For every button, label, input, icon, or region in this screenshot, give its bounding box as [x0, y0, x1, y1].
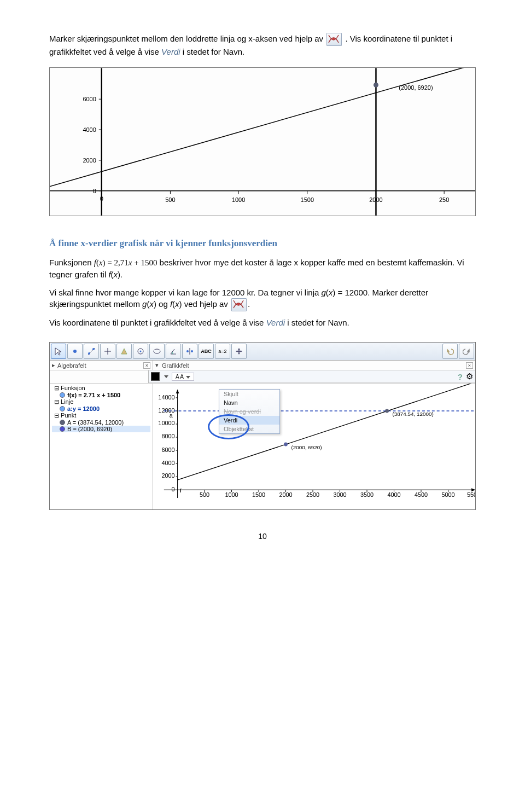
text-verdi: Verdi	[161, 47, 180, 56]
tool-move-view[interactable]	[231, 344, 247, 359]
paragraph-3: Vi skal finne hvor mange kopper vi kan l…	[49, 287, 476, 311]
svg-text:4000: 4000	[161, 460, 174, 466]
item-fx[interactable]: f(x) = 2.71 x + 1500	[52, 392, 150, 398]
gear-icon[interactable]: ⚙	[466, 372, 473, 381]
svg-text:3500: 3500	[360, 491, 374, 498]
svg-point-36	[186, 350, 189, 352]
chevron-down-icon: ▾	[155, 362, 159, 369]
svg-text:1000: 1000	[225, 491, 238, 498]
context-menu[interactable]: Skjult Navn Navn og verdi Verdi Objektte…	[219, 389, 280, 434]
text-verdi: Verdi	[266, 318, 285, 327]
close-icon[interactable]: ×	[143, 362, 150, 369]
svg-text:3000: 3000	[333, 491, 346, 498]
color-picker[interactable]	[151, 372, 160, 381]
tool-line[interactable]	[84, 344, 99, 359]
text: Vi skal finne hvor mange kopper vi kan l…	[49, 288, 322, 297]
tool-ellipse[interactable]	[149, 344, 165, 359]
section-funksjon: Funksjon	[61, 385, 85, 391]
tool-undo[interactable]	[442, 344, 458, 359]
svg-text:(2000, 6920): (2000, 6920)	[399, 84, 433, 91]
svg-text:0: 0	[172, 486, 175, 492]
svg-text:6000: 6000	[161, 446, 174, 453]
tree-toggle[interactable]: ⊟	[54, 412, 59, 419]
text: Funksjonen	[49, 258, 94, 267]
section-linje: Linje	[61, 398, 73, 405]
text: Marker skjæringspunktet mellom den loddr…	[49, 34, 325, 43]
tool-poly[interactable]	[116, 344, 132, 359]
graph-area[interactable]: 0 2000 4000 6000 8000 10000 12000 14000 …	[153, 384, 475, 509]
svg-text:(3874.54, 12000): (3874.54, 12000)	[393, 411, 434, 417]
menu-item-skjult[interactable]: Skjult	[219, 390, 279, 398]
svg-text:f: f	[180, 488, 182, 494]
svg-text:0: 0	[100, 195, 103, 202]
tool-perp[interactable]	[100, 344, 115, 359]
text: x	[175, 299, 179, 309]
tool-circle[interactable]	[133, 344, 148, 359]
svg-point-81	[284, 443, 288, 446]
svg-text:4000: 4000	[83, 126, 96, 133]
svg-text:4500: 4500	[415, 491, 428, 498]
item-B[interactable]: B = (2000, 6920)	[52, 426, 150, 432]
menu-item-navn[interactable]: Navn	[219, 398, 279, 407]
svg-point-0	[332, 38, 335, 40]
svg-point-34	[140, 351, 142, 352]
toolbar: ABC a=2	[50, 343, 475, 361]
help-icon[interactable]: ?	[458, 372, 463, 381]
text: Vis koordinatene til punktet i grafikkfe…	[49, 318, 266, 327]
svg-text:(2000, 6920): (2000, 6920)	[291, 444, 322, 450]
close-icon[interactable]: ×	[466, 362, 473, 369]
intersect-icon	[231, 298, 247, 311]
svg-point-29	[88, 352, 90, 355]
svg-text:a: a	[170, 412, 173, 419]
svg-text:2500: 2500	[306, 491, 319, 498]
svg-text:5000: 5000	[441, 491, 454, 498]
text: ).	[118, 270, 122, 279]
svg-text:500: 500	[200, 491, 209, 498]
algebra-title: Algebrafelt	[57, 362, 86, 369]
tree-toggle[interactable]: ⊟	[54, 385, 59, 391]
svg-point-83	[385, 409, 389, 413]
chevron-down-icon	[164, 375, 168, 378]
svg-point-35	[154, 349, 160, 353]
tool-move[interactable]	[51, 344, 66, 359]
text: i stedet for Navn.	[183, 47, 244, 56]
svg-text:1000: 1000	[232, 196, 245, 203]
svg-text:8000: 8000	[161, 433, 174, 439]
app-screenshot: ABC a=2 ▸ Algebrafelt × ▾ Grafikkfelt × …	[49, 342, 476, 510]
menu-item-verdi[interactable]: Verdi	[219, 416, 279, 425]
svg-text:2000: 2000	[369, 196, 382, 203]
svg-text:1500: 1500	[252, 491, 265, 498]
graph-figure-1: 0 2000 4000 6000 0 500 1000 1500 2000 25…	[49, 67, 476, 216]
svg-text:14000: 14000	[158, 394, 174, 401]
tool-point[interactable]	[67, 344, 83, 359]
svg-text:6000: 6000	[83, 96, 96, 102]
graph-title: Grafikkfelt	[162, 362, 189, 369]
tool-angle[interactable]	[166, 344, 181, 359]
tool-text[interactable]: ABC	[199, 344, 214, 359]
item-a[interactable]: a:y = 12000	[52, 405, 150, 412]
page-number: 10	[49, 532, 476, 541]
svg-point-24	[374, 83, 378, 88]
item-A[interactable]: A = (3874.54, 12000)	[52, 419, 150, 426]
svg-point-37	[191, 350, 193, 352]
menu-item-navn-verdi[interactable]: Navn og verdi	[219, 407, 279, 416]
section-punkt: Punkt	[61, 412, 76, 419]
tool-redo[interactable]	[459, 344, 474, 359]
label-mode-button[interactable]: A A	[172, 373, 194, 381]
paragraph-1: Marker skjæringspunktet mellom den loddr…	[49, 33, 476, 57]
svg-text:10000: 10000	[158, 420, 174, 426]
svg-point-30	[92, 348, 95, 350]
paragraph-2: Funksjonen f(x) = 2,71x + 1500 beskriver…	[49, 257, 476, 280]
text: x	[149, 299, 154, 309]
svg-text:4000: 4000	[387, 491, 400, 498]
svg-text:2000: 2000	[161, 472, 174, 479]
chart-svg-1: 0 2000 4000 6000 0 500 1000 1500 2000 25…	[50, 68, 475, 216]
menu-item-objekttekst[interactable]: Objekttekst	[219, 425, 279, 433]
text: .	[248, 299, 250, 309]
chart-svg-2: 0 2000 4000 6000 8000 10000 12000 14000 …	[153, 384, 475, 509]
tool-reflect[interactable]	[182, 344, 197, 359]
tree-toggle[interactable]: ⊟	[54, 398, 59, 405]
svg-text:5500: 5500	[467, 491, 475, 498]
tool-slider[interactable]: a=2	[215, 344, 230, 359]
svg-text:1500: 1500	[301, 196, 314, 203]
